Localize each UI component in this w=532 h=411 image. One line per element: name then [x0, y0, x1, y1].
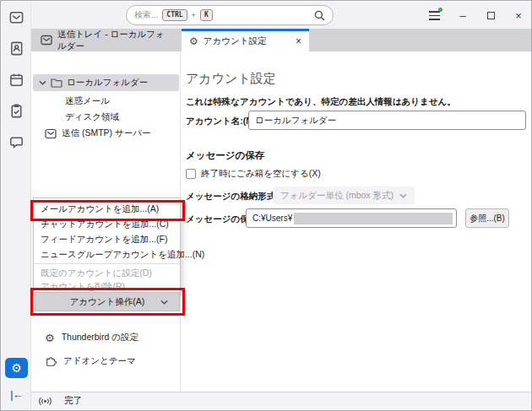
tab-label: 送信トレイ - ローカルフォルダー — [57, 29, 173, 52]
kbd-plus: + — [192, 11, 196, 19]
app-window: ⚙ |← 検索... CTRL + K – × — [0, 0, 532, 411]
storage-path-input[interactable]: C:¥Users¥ — [246, 208, 457, 228]
addressbook-icon — [8, 41, 24, 57]
kbd-ctrl-badge: CTRL — [162, 9, 187, 21]
hamburger-menu-icon — [428, 9, 442, 21]
account-name-label: アカウント名:(N) — [186, 116, 255, 127]
spaces-toolbar: ⚙ |← — [2, 2, 31, 410]
menu-item-add-newsgroup-account[interactable]: ニュースグループアカウントを追加...(N) — [34, 246, 180, 262]
calendar-space-button[interactable] — [2, 64, 31, 95]
gear-icon: ⚙ — [11, 362, 22, 374]
maximize-button[interactable] — [482, 6, 499, 24]
kbd-k-badge: K — [200, 9, 213, 21]
storage-format-row: メッセージの格納形式:(T) フォルダー単位 (mbox 形式) — [182, 187, 532, 204]
tab-bar: 送信トレイ - ローカルフォルダー ⚙ アカウント設定 × — [31, 29, 532, 51]
page-title: アカウント設定 — [186, 71, 276, 87]
tab-label: アカウント設定 — [204, 35, 267, 47]
tasks-icon — [8, 103, 24, 119]
empty-trash-row: 終了時にごみ箱を空にする(X) — [186, 168, 321, 180]
puzzle-icon — [45, 355, 57, 367]
search-icon — [314, 10, 325, 21]
folder-icon — [51, 78, 62, 88]
storage-format-select: フォルダー単位 (mbox 形式) — [273, 187, 415, 204]
red-highlight-box-add-mail — [30, 200, 185, 221]
chat-space-button[interactable] — [2, 127, 31, 158]
app-menu-button[interactable] — [426, 6, 443, 24]
storage-path-row: メッセージの保存先: C:¥Users¥ 参照...(B) — [182, 208, 532, 228]
mail-space-button[interactable] — [2, 2, 31, 33]
minimize-icon: – — [459, 9, 465, 22]
folder-local-folders[interactable]: ローカルフォルダー — [33, 74, 179, 91]
storage-path-value: C:¥Users¥ — [252, 214, 292, 223]
notification-dot — [438, 8, 442, 12]
redacted-username — [294, 213, 453, 224]
gear-icon: ⚙ — [189, 36, 198, 46]
top-toolbar: 検索... CTRL + K – × — [31, 2, 532, 29]
addons-themes-link[interactable]: アドオンとテーマ — [31, 353, 181, 370]
tab-outbox[interactable]: 送信トレイ - ローカルフォルダー — [33, 29, 181, 51]
browse-button[interactable]: 参照...(B) — [465, 208, 509, 228]
account-name-row: アカウント名:(N) ローカルフォルダー — [182, 111, 532, 130]
chat-icon — [8, 134, 24, 150]
folder-label: ローカルフォルダー — [67, 77, 148, 89]
folder-label: 送信 (SMTP) サーバー — [62, 127, 151, 139]
minimize-button[interactable]: – — [454, 6, 471, 24]
window-controls: – × — [426, 2, 527, 29]
link-label: Thunderbird の設定 — [62, 332, 138, 343]
gear-icon: ⚙ — [45, 333, 55, 343]
empty-trash-checkbox[interactable] — [186, 169, 196, 179]
mail-icon — [8, 9, 24, 25]
message-storage-heading: メッセージの保存 — [186, 149, 264, 162]
close-window-button[interactable]: × — [510, 6, 527, 24]
thunderbird-settings-link[interactable]: ⚙ Thunderbird の設定 — [31, 329, 181, 346]
chevron-down-icon — [39, 80, 46, 85]
account-settings-pane: アカウント設定 これは特殊なアカウントであり、特定の差出人情報はありません。 ア… — [182, 51, 532, 391]
menu-item-add-feed-account[interactable]: フィードアカウントを追加...(F) — [34, 231, 180, 246]
link-label: アドオンとテーマ — [63, 355, 136, 367]
settings-space-button[interactable]: ⚙ — [5, 358, 28, 378]
folder-smtp-server[interactable]: 送信 (SMTP) サーバー — [31, 125, 181, 142]
folder-label: ディスク領域 — [65, 111, 119, 123]
account-name-value: ローカルフォルダー — [255, 115, 336, 127]
storage-format-value: フォルダー単位 (mbox 形式) — [280, 190, 394, 202]
calendar-icon — [8, 72, 24, 88]
addressbook-space-button[interactable] — [2, 33, 31, 64]
folder-junk[interactable]: 迷惑メール — [31, 93, 181, 110]
folder-disk-space[interactable]: ディスク領域 — [31, 109, 181, 126]
smtp-server-icon — [45, 128, 57, 139]
tab-account-settings[interactable]: ⚙ アカウント設定 × — [182, 29, 309, 51]
maximize-icon — [487, 12, 495, 19]
menu-item-set-default-account: 既定のアカウントに設定(D) — [34, 266, 180, 279]
status-text: 完了 — [64, 395, 82, 407]
account-name-input[interactable]: ローカルフォルダー — [248, 111, 526, 130]
collapse-spaces-button[interactable]: |← — [2, 386, 31, 403]
close-tab-icon[interactable]: × — [296, 35, 301, 47]
status-bar: 完了 — [31, 392, 530, 409]
close-icon: × — [515, 9, 522, 22]
account-description: これは特殊なアカウントであり、特定の差出人情報はありません。 — [186, 96, 456, 108]
envelope-icon — [41, 35, 52, 46]
search-placeholder: 検索... — [134, 9, 158, 21]
folder-label: 迷惑メール — [65, 95, 110, 107]
tasks-space-button[interactable] — [2, 95, 31, 127]
chevron-down-icon — [399, 193, 407, 198]
search-input[interactable]: 検索... CTRL + K — [126, 5, 334, 25]
collapse-icon: |← — [10, 388, 22, 401]
menu-separator — [34, 263, 180, 264]
red-highlight-box-account-actions — [30, 288, 185, 316]
empty-trash-label: 終了時にごみ箱を空にする(X) — [201, 168, 321, 180]
browse-label: 参照...(B) — [470, 213, 505, 224]
broadcast-icon — [38, 396, 52, 407]
